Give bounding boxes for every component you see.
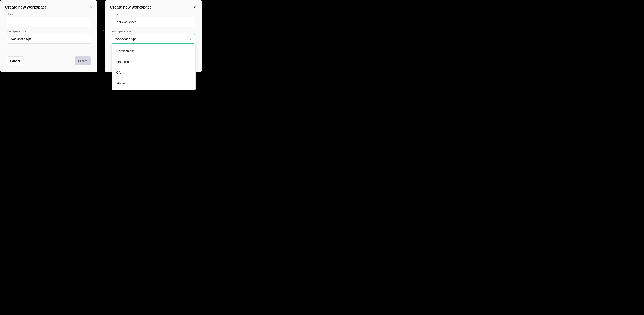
dialog-header: Create new workspace <box>105 0 202 10</box>
dropdown-option-label: QA <box>116 71 120 74</box>
dialog-header: Create new workspace <box>0 0 97 10</box>
cancel-button[interactable]: Cancel <box>7 57 23 66</box>
name-field: Name <box>7 13 91 27</box>
chevron-down-icon <box>189 38 192 40</box>
close-icon <box>194 5 197 9</box>
dropdown-option-qa[interactable]: QA <box>112 67 196 78</box>
dropdown-option-production[interactable]: Production <box>112 56 196 67</box>
dropdown-option-label: Staging <box>116 82 126 85</box>
create-workspace-dialog-initial: Create new workspace Name Workspace type… <box>0 0 97 72</box>
select-placeholder: Workspace type <box>10 37 32 41</box>
name-label: Name <box>7 13 91 16</box>
dialog-footer: Cancel Create <box>0 50 97 72</box>
transition-arrow <box>93 29 104 32</box>
name-input[interactable] <box>112 17 195 27</box>
chevron-down-icon <box>84 38 87 40</box>
arrow-head-icon <box>103 29 104 31</box>
close-icon <box>89 5 92 9</box>
workspace-type-field: Workspace type Workspace type <box>112 30 195 44</box>
workspace-type-select[interactable]: Workspace type <box>112 34 195 44</box>
close-button[interactable] <box>89 6 92 9</box>
name-label: Name <box>112 13 195 16</box>
arrow-line-icon <box>93 30 103 31</box>
dropdown-option-label: Development <box>116 49 134 53</box>
name-field: Name <box>112 13 195 27</box>
dialog-title: Create new workspace <box>5 5 47 10</box>
create-workspace-dialog-dropdown-open: Create new workspace Name Workspace type… <box>105 0 202 72</box>
workspace-type-dropdown: Development Production QA Staging <box>112 44 196 90</box>
workspace-type-label: Workspace type <box>112 30 195 33</box>
close-button[interactable] <box>194 6 197 9</box>
create-button[interactable]: Create <box>75 57 91 66</box>
dropdown-option-staging[interactable]: Staging <box>112 78 196 89</box>
dropdown-option-label: Production <box>116 60 130 64</box>
workspace-type-label: Workspace type <box>7 30 91 33</box>
select-placeholder: Workspace type <box>115 37 136 41</box>
dialog-body: Name Workspace type Workspace type <box>0 10 97 44</box>
dialog-body: Name Workspace type Workspace type <box>105 10 202 44</box>
workspace-type-select[interactable]: Workspace type <box>7 34 91 44</box>
dialog-title: Create new workspace <box>110 5 152 10</box>
dropdown-option-development[interactable]: Development <box>112 46 196 56</box>
name-input[interactable] <box>7 17 91 27</box>
workspace-type-field: Workspace type Workspace type <box>7 30 91 44</box>
